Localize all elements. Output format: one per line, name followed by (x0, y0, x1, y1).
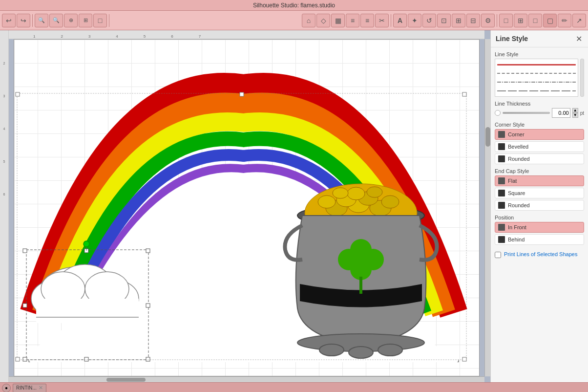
svg-point-18 (367, 187, 382, 197)
corner-style-section: Corner Style Corner Bevelled Rounded (495, 122, 584, 164)
weld-button[interactable]: ⊡ (437, 14, 451, 27)
square-button[interactable]: Square (495, 188, 584, 198)
svg-rect-43 (462, 92, 466, 96)
send-button[interactable]: ◇ (316, 14, 330, 27)
effect-button[interactable]: ✦ (408, 14, 421, 27)
thickness-value-input[interactable]: 0.00 (552, 108, 570, 118)
ungroup-button[interactable]: ⊟ (466, 14, 480, 27)
line-style-button[interactable]: ▢ (543, 14, 557, 27)
bevelled-button[interactable]: Bevelled (495, 141, 584, 152)
svg-rect-36 (23, 357, 27, 361)
rotate-button[interactable]: ↺ (422, 14, 436, 27)
svg-point-38 (84, 241, 89, 247)
start-button[interactable]: ● (2, 384, 11, 392)
text-button[interactable]: A (393, 14, 407, 27)
corner-icon (498, 131, 505, 138)
corner-rounded-button[interactable]: Rounded (495, 153, 584, 164)
corner-style-buttons: Corner Bevelled Rounded (495, 129, 584, 164)
select-button[interactable]: □ (93, 14, 107, 27)
grid-button[interactable]: ▦ (331, 14, 345, 27)
corner-button[interactable]: Corner (495, 129, 584, 140)
svg-rect-34 (146, 357, 150, 361)
svg-rect-44 (16, 357, 20, 361)
cut-button[interactable]: ✂ (375, 14, 389, 27)
scrollbar-thumb-v[interactable] (485, 127, 490, 147)
thickness-slider-track[interactable] (503, 112, 550, 114)
print-lines-label[interactable]: Print Lines of Selected Shapes (504, 251, 577, 258)
thickness-row: 0.00 ▲ ▼ pt (495, 108, 584, 118)
title-bar: Silhouette Studio: flames.studio (0, 0, 588, 11)
align-button[interactable]: ≡ (346, 14, 359, 27)
behind-button[interactable]: Behind (495, 234, 584, 245)
taskbar-item-0[interactable]: RINTIN... ✕ (13, 384, 46, 392)
scrollbar-thumb-h[interactable] (106, 378, 146, 382)
endcap-rounded-label: Rounded (508, 202, 530, 208)
undo-button[interactable]: ↩ (2, 14, 16, 27)
svg-rect-6 (36, 299, 139, 323)
taskbar-item-label: RINTIN... (16, 385, 37, 391)
toolbar-separator-1 (32, 14, 33, 27)
svg-point-15 (318, 196, 336, 208)
flat-label: Flat (508, 178, 517, 184)
line-style-box[interactable] (495, 59, 578, 97)
canvas-paper[interactable]: 5.000 in 2.910 in (14, 39, 480, 376)
bevelled-label: Bevelled (508, 144, 528, 150)
spin-up-button[interactable]: ▲ (572, 108, 578, 113)
endcap-rounded-button[interactable]: Rounded (495, 200, 584, 211)
in-front-label: In Front (508, 224, 526, 230)
zoom-select-button[interactable]: ⊞ (79, 14, 92, 27)
panel-title: Line Style (496, 35, 528, 43)
line-style-scrollbar[interactable] (580, 59, 584, 97)
behind-label: Behind (508, 237, 525, 242)
line-style-section: Line Style (495, 51, 584, 97)
toolbar-separator-2 (109, 14, 109, 27)
flat-button[interactable]: Flat (495, 175, 584, 186)
svg-point-17 (347, 187, 365, 200)
home-button[interactable]: ⌂ (302, 14, 315, 27)
svg-rect-35 (84, 357, 88, 361)
panel-close-button[interactable]: ✕ (574, 34, 583, 43)
line-preview-long-dash[interactable] (497, 87, 576, 94)
line-thickness-section: Line Thickness 0.00 ▲ ▼ pt (495, 101, 584, 118)
canvas-area[interactable]: 1 2 3 4 5 6 7 (9, 30, 490, 382)
horizontal-scrollbar[interactable] (9, 376, 484, 382)
line-style-picker (495, 59, 584, 97)
layers-button[interactable]: □ (499, 14, 513, 27)
line-preview-dash-dot[interactable] (497, 79, 576, 86)
svg-rect-45 (462, 357, 466, 361)
vertical-scrollbar[interactable] (484, 39, 490, 376)
panel-body: Line Style (491, 47, 588, 264)
fill-button[interactable]: □ (528, 14, 542, 27)
svg-point-26 (319, 344, 344, 356)
redo-button[interactable]: ↪ (17, 14, 30, 27)
svg-rect-32 (146, 249, 150, 253)
line-preview-dashed[interactable] (497, 70, 576, 77)
corner-rounded-label: Rounded (508, 156, 530, 162)
draw-button[interactable]: ✏ (558, 14, 571, 27)
print-lines-row: Print Lines of Selected Shapes (495, 249, 584, 260)
settings-button[interactable]: ⚙ (481, 14, 495, 27)
end-cap-buttons: Flat Square Rounded (495, 175, 584, 211)
svg-rect-24 (359, 277, 362, 294)
line-preview-solid[interactable] (497, 61, 576, 68)
ruler-left: 2 3 4 5 6 (0, 30, 9, 382)
group-button[interactable]: ⊞ (452, 14, 465, 27)
align2-button[interactable]: ≡ (360, 14, 374, 27)
print-lines-checkbox[interactable] (495, 252, 501, 258)
svg-point-16 (381, 196, 399, 208)
library-button[interactable]: ⊞ (514, 14, 527, 27)
zoom-in-button[interactable]: 🔍 (35, 14, 48, 27)
svg-rect-37 (23, 304, 27, 307)
in-front-button[interactable]: In Front (495, 222, 584, 233)
end-cap-style-label: End Cap Style (495, 168, 584, 174)
spin-down-button[interactable]: ▼ (572, 113, 578, 118)
taskbar-close-button[interactable]: ✕ (39, 385, 43, 391)
title-text: Silhouette Studio: flames.studio (253, 2, 335, 9)
svg-marker-50 (456, 361, 459, 362)
expand-button[interactable]: ↗ (572, 14, 586, 27)
zoom-fit-button[interactable]: ⊕ (64, 14, 78, 27)
zoom-out-button[interactable]: 🔍 (49, 14, 63, 27)
panel-header: Line Style ✕ (491, 30, 588, 47)
svg-point-19 (333, 188, 348, 198)
thickness-slider-knob[interactable] (495, 110, 501, 116)
